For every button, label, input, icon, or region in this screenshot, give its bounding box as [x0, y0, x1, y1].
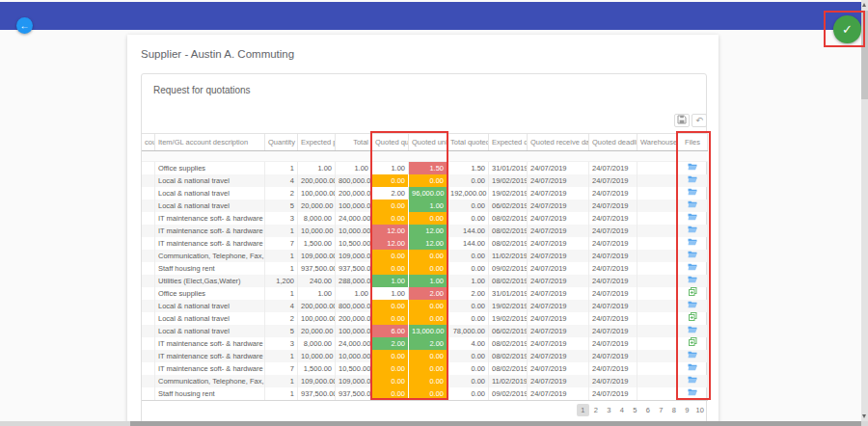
col-header-recv_date[interactable]: Quoted receive date — [528, 134, 589, 150]
cell-recv_date: 24/07/2019 — [528, 387, 589, 400]
cell-q_unit[interactable]: 0.00 — [409, 350, 448, 362]
cell-q_unit[interactable]: 13,000.00 — [409, 325, 448, 337]
scroll-down-arrow-icon[interactable] — [862, 414, 866, 418]
cell-q_unit[interactable]: 2.00 — [409, 287, 448, 300]
folder-open-icon[interactable] — [688, 362, 697, 375]
col-header-total[interactable]: Total — [336, 134, 372, 150]
cell-files — [678, 212, 708, 225]
cell-recv_date: 24/07/2019 — [528, 237, 589, 250]
page-button-8[interactable]: 8 — [668, 404, 681, 416]
folder-open-icon[interactable] — [688, 200, 697, 212]
folder-open-icon[interactable] — [688, 174, 697, 187]
page-button-3[interactable]: 3 — [603, 404, 615, 416]
cell-q_unit[interactable]: 96,000.00 — [409, 187, 448, 200]
confirm-button[interactable]: ✓ — [833, 15, 861, 43]
page-button-2[interactable]: 2 — [590, 404, 603, 416]
table-row: Office supplies11.001.001.001.501.5031/0… — [142, 162, 708, 174]
cell-q_unit[interactable]: 0.00 — [409, 387, 448, 400]
cell-q_qty[interactable]: 0.00 — [372, 200, 409, 212]
cell-files — [678, 375, 708, 387]
cell-q_qty[interactable]: 0.00 — [372, 212, 409, 225]
cell-exp_price: 10,000.00 — [298, 350, 336, 362]
folder-open-icon[interactable] — [688, 350, 697, 362]
cell-q_unit[interactable]: 1.50 — [409, 162, 448, 174]
cell-q_unit[interactable]: 0.00 — [409, 312, 448, 325]
folder-open-icon[interactable] — [688, 387, 697, 400]
cell-q_unit[interactable]: 12.00 — [409, 225, 448, 237]
col-header-q_unit[interactable]: Quoted uni... — [409, 134, 448, 150]
vertical-scrollbar-thumb[interactable] — [861, 11, 868, 99]
col-header-desc[interactable]: Item/GL account description — [155, 134, 265, 150]
page-button-7[interactable]: 7 — [655, 404, 667, 416]
cell-q_qty[interactable]: 0.00 — [372, 387, 409, 400]
cell-q_unit[interactable]: 0.00 — [409, 362, 448, 375]
horizontal-scrollbar-thumb[interactable] — [130, 421, 861, 426]
request-for-quotations-panel: Request for quotations ↶ countItem/GL ac… — [141, 73, 707, 426]
cell-q_qty[interactable]: 0.00 — [372, 250, 409, 262]
grid-empty-row[interactable] — [142, 151, 708, 162]
cell-q_unit[interactable]: 12.00 — [409, 237, 448, 250]
cell-q_unit[interactable]: 0.00 — [409, 250, 448, 262]
col-header-exp_date[interactable]: Expected date — [489, 134, 528, 150]
cell-q_qty[interactable]: 12.00 — [372, 225, 409, 237]
cell-q_qty[interactable]: 0.00 — [372, 312, 409, 325]
cell-recv_date: 24/07/2019 — [528, 162, 589, 174]
cell-q_qty[interactable]: 0.00 — [372, 350, 409, 362]
folder-open-icon[interactable] — [688, 237, 697, 250]
cell-q_unit[interactable]: 2.00 — [409, 337, 448, 350]
horizontal-scrollbar[interactable] — [0, 421, 868, 426]
cell-qty: 1 — [265, 387, 298, 400]
cell-q_unit[interactable]: 0.00 — [409, 174, 448, 187]
cell-warehouse — [637, 187, 678, 200]
cell-q_qty[interactable]: 0.00 — [372, 362, 409, 375]
vertical-scrollbar[interactable] — [861, 0, 868, 421]
cell-q_qty[interactable]: 1.00 — [372, 275, 409, 287]
page-button-10[interactable]: 10 — [694, 404, 707, 416]
save-button[interactable] — [674, 114, 690, 127]
cell-q_unit[interactable]: 0.00 — [409, 375, 448, 387]
page-button-9[interactable]: 9 — [681, 404, 693, 416]
folder-open-icon[interactable] — [688, 162, 697, 174]
col-header-qty[interactable]: Quantity — [265, 134, 298, 150]
cell-q_unit[interactable]: 0.00 — [409, 262, 448, 275]
folder-open-icon[interactable] — [688, 250, 697, 262]
col-header-exp_price[interactable]: Expected pr... — [298, 134, 336, 150]
col-header-total_quoted[interactable]: Total quoted — [448, 134, 489, 150]
cell-q_qty[interactable]: 0.00 — [372, 300, 409, 312]
file-copy-icon[interactable] — [689, 287, 697, 300]
cell-q_qty[interactable]: 2.00 — [372, 337, 409, 350]
cell-q_unit[interactable]: 1.00 — [409, 200, 448, 212]
folder-open-icon[interactable] — [688, 325, 697, 337]
cell-qty: 4 — [265, 174, 298, 187]
folder-open-icon[interactable] — [688, 187, 697, 200]
cell-q_unit[interactable]: 0.00 — [409, 300, 448, 312]
page-button-5[interactable]: 5 — [629, 404, 641, 416]
col-header-deadline[interactable]: Quoted deadline — [589, 134, 637, 150]
file-copy-icon[interactable] — [689, 337, 697, 350]
file-copy-icon[interactable] — [689, 312, 697, 325]
page-button-6[interactable]: 6 — [642, 404, 655, 416]
cell-q_unit[interactable]: 1.00 — [409, 275, 448, 287]
check-icon: ✓ — [842, 22, 853, 37]
folder-open-icon[interactable] — [688, 375, 697, 387]
page-button-4[interactable]: 4 — [616, 404, 629, 416]
cell-q_qty[interactable]: 6.00 — [372, 325, 409, 337]
scroll-up-arrow-icon[interactable] — [862, 3, 866, 7]
back-button[interactable]: ← — [16, 17, 33, 34]
cell-q_qty[interactable]: 0.00 — [372, 375, 409, 387]
undo-button[interactable]: ↶ — [692, 114, 707, 127]
col-header-q_qty[interactable]: Quoted qua... — [372, 134, 409, 150]
folder-open-icon[interactable] — [688, 212, 697, 225]
folder-open-icon[interactable] — [688, 300, 697, 312]
cell-q_qty[interactable]: 0.00 — [372, 174, 409, 187]
folder-open-icon[interactable] — [688, 262, 697, 275]
col-header-files[interactable]: Files — [678, 134, 708, 150]
cell-q_qty[interactable]: 0.00 — [372, 262, 409, 275]
page-button-1[interactable]: 1 — [577, 404, 589, 416]
folder-open-icon[interactable] — [688, 225, 697, 237]
cell-q_qty[interactable]: 12.00 — [372, 237, 409, 250]
col-header-warehouse[interactable]: Warehouse — [637, 134, 678, 150]
folder-open-icon[interactable] — [688, 275, 697, 287]
cell-q_unit[interactable]: 0.00 — [409, 212, 448, 225]
col-header-acct[interactable]: count — [142, 134, 155, 150]
